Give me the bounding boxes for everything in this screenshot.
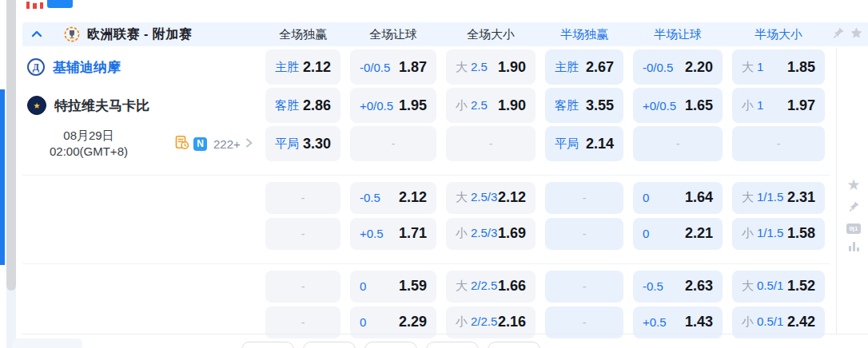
clipped-top-tab [26, 0, 82, 9]
odds-cell-empty: - [265, 271, 340, 303]
odds-value: 1.64 [685, 189, 713, 206]
odds-cell[interactable]: 大2/2.51.66 [446, 271, 536, 303]
odds-cell[interactable]: 客胜3.55 [545, 88, 623, 123]
odds-value: 1.43 [685, 314, 713, 330]
odds-selection-label: 平局 [275, 136, 299, 152]
odds-cell[interactable]: 平局2.14 [545, 126, 623, 161]
stats-bar-chart-icon[interactable] [849, 242, 859, 251]
odds-cell[interactable]: 小2.51.90 [446, 88, 536, 123]
odds-value: 2.31 [787, 189, 815, 206]
odds-cell[interactable]: 大11.85 [732, 49, 825, 85]
clipped-red-text-fragment [40, 2, 43, 9]
odds-cells-row: -01.59大2/2.51.66--0.52.63大0.5/11.52 [265, 271, 825, 303]
odds-value: 2.86 [303, 97, 331, 114]
odds-selection-label: 客胜 [555, 98, 579, 113]
odds-value: 1.97 [787, 97, 815, 114]
odds-selection-label: +0/0.5 [360, 99, 393, 113]
filter-pill[interactable] [364, 342, 417, 348]
column-header-fulltime-1x2: 全场独赢 [265, 27, 340, 42]
favorite-star-icon[interactable] [850, 26, 863, 43]
odds-cell[interactable]: 小2.5/31.69 [446, 218, 536, 250]
odds-cell[interactable]: 主胜2.67 [545, 49, 623, 85]
odds-value: 1.59 [399, 278, 427, 295]
match-date: 08月29日 [34, 128, 144, 144]
table-rail-divider [836, 48, 837, 334]
favorite-star-icon[interactable]: ★ [846, 177, 860, 192]
odds-cell[interactable]: 小11.97 [732, 88, 825, 123]
odds-cell-empty: - [545, 271, 623, 303]
score-badge-icon[interactable]: 0|1 [846, 223, 861, 234]
market-column-headers: 全场独赢 全场让球 全场大小 半场独赢 半场让球 半场大小 [265, 22, 825, 46]
odds-selection-label: -0/0.5 [643, 61, 673, 74]
odds-cell[interactable]: -0.52.63 [633, 271, 723, 303]
odds-cell[interactable]: 客胜2.86 [265, 88, 340, 123]
odds-cell[interactable]: +0/0.51.65 [633, 88, 723, 123]
clipped-red-text-fragment [26, 2, 30, 9]
odds-value: 1.52 [787, 278, 815, 295]
home-team-row: Д 基辅迪纳摩 主胜2.12-0/0.51.87大2.51.90主胜2.67-0… [22, 48, 830, 86]
odds-value: 1.85 [787, 59, 815, 76]
home-team-name[interactable]: 基辅迪纳摩 [53, 58, 121, 77]
odds-cell[interactable]: 大2.51.90 [446, 49, 536, 85]
chevron-right-icon[interactable] [245, 136, 253, 151]
odds-cell[interactable]: +0.51.71 [350, 218, 436, 250]
odds-selection-label: 2/2.5 [471, 314, 497, 328]
column-header-halftime-overunder: 半场大小 [732, 27, 825, 42]
filter-pill[interactable] [303, 342, 356, 348]
collapse-chevron-up-icon[interactable] [30, 28, 43, 41]
n-badge: N [193, 137, 207, 151]
filter-pill[interactable] [241, 342, 294, 348]
section-accent-strip [0, 89, 5, 265]
filter-pill[interactable] [426, 342, 479, 348]
odds-cell[interactable]: -0.52.12 [350, 182, 436, 214]
odds-cell[interactable]: +0/0.51.95 [350, 88, 436, 123]
odds-value: 1.87 [399, 59, 427, 76]
odds-cell[interactable]: -0/0.51.87 [350, 49, 436, 85]
odds-cell[interactable]: 大2.5/32.12 [446, 182, 536, 214]
extra-odds-row: -02.29小2/2.52.16-+0.51.43小0.5/12.42 [22, 304, 830, 340]
odds-cell[interactable]: -0/0.52.20 [633, 49, 723, 85]
more-markets-count[interactable]: 222+ [213, 137, 241, 151]
filter-pill[interactable] [488, 342, 540, 348]
over-under-prefix: 大 [456, 190, 468, 205]
odds-selection-label: -0.5 [360, 191, 380, 204]
scrollbar-thumb[interactable] [6, 0, 16, 291]
odds-cell-empty: - [732, 126, 825, 161]
next-section-stub [12, 338, 82, 348]
odds-history-icon[interactable] [174, 135, 189, 153]
clipped-red-text-fragment [33, 3, 37, 9]
odds-value: 1.66 [498, 278, 526, 295]
pin-icon[interactable] [848, 200, 860, 216]
odds-value: 3.30 [303, 136, 331, 152]
clipped-blue-text-fragment [47, 0, 73, 8]
odds-cell[interactable]: 02.21 [633, 218, 723, 250]
league-title: 欧洲联赛 - 附加赛 [87, 26, 192, 43]
odds-selection-label: -0.5 [643, 279, 663, 293]
odds-value: 2.20 [685, 59, 713, 76]
odds-cell[interactable]: 大1/1.52.31 [732, 182, 825, 214]
odds-cell-empty: - [633, 126, 723, 161]
row-group-separator [22, 163, 830, 176]
odds-cell[interactable]: 大0.5/11.52 [732, 271, 825, 303]
odds-value: 2.14 [586, 136, 614, 152]
odds-cell-empty: - [545, 182, 623, 214]
away-team-name[interactable]: 特拉维夫马卡比 [54, 97, 149, 115]
odds-cell[interactable]: 01.64 [633, 182, 723, 214]
odds-selection-label: 0 [360, 315, 366, 329]
odds-selection-label: 平局 [555, 136, 579, 152]
pin-icon[interactable] [832, 26, 845, 42]
odds-cell-empty: - [265, 218, 340, 250]
row-group-separator [22, 251, 830, 264]
odds-value: 3.55 [586, 97, 614, 114]
odds-cell[interactable]: 主胜2.12 [265, 49, 340, 85]
odds-cell[interactable]: 01.59 [350, 271, 436, 303]
odds-value: 1.58 [787, 225, 815, 242]
odds-selection-label: 主胜 [275, 60, 299, 75]
odds-cells-row: 客胜2.86+0/0.51.95小2.51.90客胜3.55+0/0.51.65… [265, 88, 825, 123]
odds-value: 2.63 [685, 278, 713, 295]
over-under-prefix: 小 [742, 226, 754, 241]
odds-cell[interactable]: 平局3.30 [265, 126, 340, 161]
odds-cell[interactable]: 小1/1.51.58 [732, 218, 825, 250]
odds-value: 1.69 [498, 225, 526, 242]
column-header-fulltime-handicap: 全场让球 [350, 27, 436, 42]
